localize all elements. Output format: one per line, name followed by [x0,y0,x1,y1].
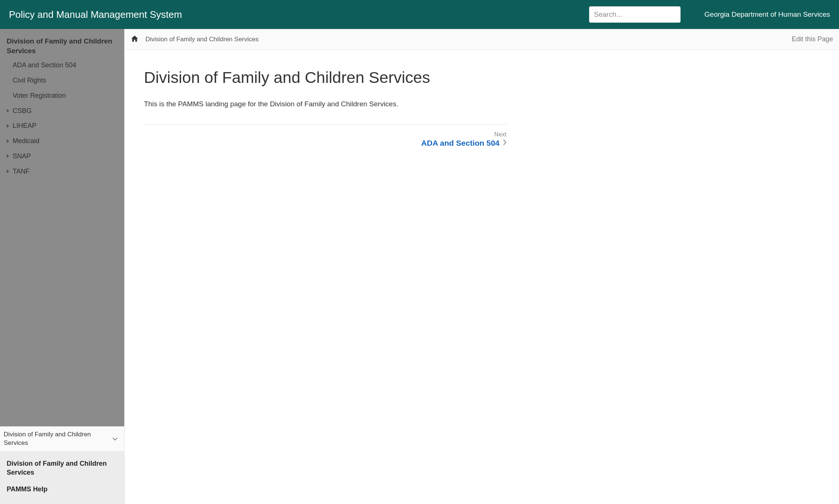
breadcrumb-current[interactable]: Division of Family and Children Services [145,36,785,43]
sidebar-dropdown[interactable]: Division of Family and Children Services [0,426,124,452]
sidebar-item-civil-rights[interactable]: Civil Rights [0,73,124,88]
caret-right-icon [7,124,11,128]
search-input[interactable] [589,6,681,23]
sidebar-dropdown-label: Division of Family and Children Services [4,430,109,448]
sidebar: Division of Family and Children Services… [0,29,125,504]
caret-right-icon [7,169,11,173]
sidebar-bottom: Division of Family and Children Services… [0,426,124,504]
sidebar-item-tanf[interactable]: TANF [0,164,124,179]
sidebar-item-label: TANF [13,166,30,177]
chevron-right-icon [503,139,507,147]
app-header: Policy and Manual Management System Geor… [0,0,839,29]
sidebar-item-csbg[interactable]: CSBG [0,103,124,119]
main-area: Division of Family and Children Services… [125,29,839,504]
content: Division of Family and Children Services… [125,50,839,504]
sidebar-bottom-item-help[interactable]: PAMMS Help [0,481,124,497]
sidebar-item-label: LIHEAP [13,120,36,131]
sidebar-item-liheap[interactable]: LIHEAP [0,118,124,133]
sidebar-item-snap[interactable]: SNAP [0,149,124,164]
sidebar-heading[interactable]: Division of Family and Children Services [0,34,124,58]
sidebar-item-label: Civil Rights [13,75,46,86]
next-label: Next [494,131,507,138]
caret-right-icon [7,139,11,143]
edit-page-link[interactable]: Edit this Page [792,35,833,43]
breadcrumb-bar: Division of Family and Children Services… [125,29,839,50]
page-title: Division of Family and Children Services [144,68,507,87]
divider [144,124,507,125]
sidebar-item-label: ADA and Section 504 [13,60,76,71]
sidebar-item-label: Voter Registration [13,90,66,101]
sidebar-item-label: SNAP [13,151,31,162]
org-name: Georgia Department of Human Services [704,10,830,19]
sidebar-item-label: CSBG [13,106,32,116]
sidebar-bottom-item-division[interactable]: Division of Family and Children Services [0,455,124,481]
page-body: This is the PAMMS landing page for the D… [144,99,507,109]
sidebar-item-medicaid[interactable]: Medicaid [0,133,124,149]
sidebar-item-label: Medicaid [13,136,39,146]
app-title: Policy and Manual Management System [9,9,182,20]
next-link-text: ADA and Section 504 [421,139,499,148]
next-nav: Next ADA and Section 504 [144,131,507,148]
caret-right-icon [7,154,11,158]
sidebar-nav: Division of Family and Children Services… [0,29,124,426]
sidebar-item-voter-registration[interactable]: Voter Registration [0,88,124,103]
next-link-block[interactable]: Next ADA and Section 504 [421,131,507,148]
caret-right-icon [7,109,11,113]
sidebar-item-ada[interactable]: ADA and Section 504 [0,58,124,73]
chevron-down-icon [112,436,118,442]
home-icon[interactable] [131,35,139,44]
